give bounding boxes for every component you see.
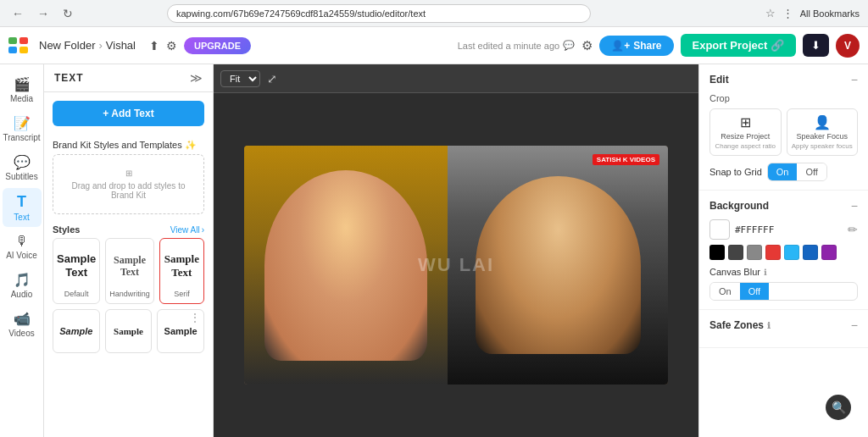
breadcrumb-user[interactable]: Vishal bbox=[106, 39, 136, 52]
sidebar-item-transcript[interactable]: 📝 Transcript bbox=[3, 110, 42, 147]
text-style-serif[interactable]: Sample Text Serif bbox=[159, 238, 204, 304]
main-layout: 🎬 Media 📝 Transcript 💬 Subtitles T Text … bbox=[0, 64, 868, 437]
background-section: Background − #FFFFFF ✏ Canvas Blur ℹ bbox=[699, 191, 868, 310]
add-text-button[interactable]: + Add Text bbox=[53, 101, 204, 126]
share-icon: 👤+ bbox=[611, 40, 630, 52]
browser-bookmark-icon: ☆ bbox=[765, 7, 776, 19]
videos-icon: 📹 bbox=[14, 311, 31, 327]
text-label: Text bbox=[14, 213, 29, 222]
palette-black[interactable] bbox=[709, 245, 725, 260]
audio-icon: 🎵 bbox=[14, 272, 31, 288]
snap-grid-row: Snap to Grid On Off bbox=[709, 163, 858, 181]
canvas-blur-info-icon: ℹ bbox=[764, 268, 767, 277]
video-watermark: WU LAI bbox=[418, 254, 494, 276]
header-icons: ⬆ ⚙ UPGRADE bbox=[149, 37, 251, 54]
color-palette bbox=[709, 245, 858, 260]
app-logo bbox=[8, 37, 32, 54]
speaker-focus-option[interactable]: 👤 Speaker Focus Apply speaker focus bbox=[787, 108, 859, 156]
edit-title: Edit bbox=[709, 74, 729, 86]
brand-kit-section[interactable]: ⊞ Drag and drop to add styles to Brand K… bbox=[53, 154, 204, 214]
sidebar-item-aivoice[interactable]: 🎙 AI Voice bbox=[3, 229, 42, 265]
sidebar-item-text[interactable]: T Text bbox=[3, 188, 42, 227]
canvas-blur-on-button[interactable]: On bbox=[710, 283, 740, 300]
safe-zones-title: Safe Zones ℹ bbox=[709, 319, 771, 331]
audio-label: Audio bbox=[11, 290, 33, 299]
default-label: Default bbox=[64, 290, 89, 298]
breadcrumb-folder[interactable]: New Folder bbox=[39, 39, 95, 52]
speaker-focus-label: Speaker Focus bbox=[796, 132, 848, 141]
logo-dot-green bbox=[8, 37, 17, 44]
snap-toggle-group: On Off bbox=[767, 163, 827, 181]
safe-zones-header: Safe Zones ℹ − bbox=[709, 318, 858, 332]
videos-label: Videos bbox=[8, 329, 34, 338]
palette-purple[interactable] bbox=[821, 245, 837, 260]
text-style-handwriting[interactable]: Sample Text Handwriting bbox=[105, 238, 154, 304]
edit-collapse-icon[interactable]: − bbox=[851, 73, 858, 86]
fit-select[interactable]: Fit bbox=[220, 70, 260, 87]
sidebar-item-subtitles[interactable]: 💬 Subtitles bbox=[3, 149, 42, 186]
safe-zones-section: Safe Zones ℹ − bbox=[699, 310, 868, 348]
text-style-default[interactable]: Sample Text Default bbox=[53, 238, 100, 304]
gear-button[interactable]: ⚙ bbox=[581, 38, 593, 53]
user-avatar[interactable]: V bbox=[836, 34, 860, 58]
subtitles-label: Subtitles bbox=[5, 172, 37, 181]
settings-icon[interactable]: ⚙ bbox=[166, 39, 177, 53]
address-bar[interactable]: kapwing.com/67b69e7247569cdf81a24559/stu… bbox=[167, 4, 591, 23]
text-style-row2-2[interactable]: Sample bbox=[105, 309, 153, 353]
bg-color-row: #FFFFFF ✏ bbox=[709, 219, 858, 240]
snap-off-button[interactable]: Off bbox=[797, 163, 826, 180]
palette-light-blue[interactable] bbox=[784, 245, 799, 260]
export-button[interactable]: Export Project 🔗 bbox=[681, 34, 796, 57]
sidebar-item-audio[interactable]: 🎵 Audio bbox=[3, 267, 42, 304]
color-picker-button[interactable]: ✏ bbox=[848, 223, 858, 236]
breadcrumb-sep1: › bbox=[98, 39, 102, 52]
canvas-blur-label: Canvas Blur bbox=[709, 267, 760, 277]
text-style-row2-3[interactable]: Sample ⋮ bbox=[157, 309, 204, 353]
serif-label: Serif bbox=[174, 290, 190, 298]
search-button[interactable]: 🔍 bbox=[826, 395, 851, 420]
bg-color-value: #FFFFFF bbox=[735, 224, 774, 235]
refresh-button[interactable]: ↻ bbox=[59, 5, 76, 22]
safe-zones-collapse-icon[interactable]: − bbox=[851, 318, 858, 332]
transcript-label: Transcript bbox=[3, 133, 40, 142]
logo-dot-red bbox=[19, 37, 28, 44]
right-panel: Edit − Crop ⊞ Resize Project Change aspe… bbox=[698, 64, 868, 437]
transcript-icon: 📝 bbox=[14, 115, 31, 131]
panel-collapse-button[interactable]: ≫ bbox=[190, 71, 203, 85]
resize-icon: ⊞ bbox=[740, 114, 751, 130]
header-right-icons: ⚙ 👤+ Share Export Project 🔗 ⬇ V bbox=[581, 34, 860, 58]
speaker-focus-icon: 👤 bbox=[814, 114, 831, 130]
background-section-header: Background − bbox=[709, 199, 858, 213]
snap-on-button[interactable]: On bbox=[768, 163, 798, 180]
palette-red[interactable] bbox=[765, 245, 781, 260]
palette-blue[interactable] bbox=[803, 245, 818, 260]
brand-kit-title: Brand Kit Styles and Templates ✨ bbox=[53, 140, 204, 151]
crop-title: Crop bbox=[709, 93, 858, 103]
styles-label: Styles bbox=[53, 224, 80, 235]
sidebar-item-media[interactable]: 🎬 Media bbox=[3, 71, 42, 108]
palette-gray[interactable] bbox=[747, 245, 762, 260]
browser-right: ☆ ⋮ All Bookmarks bbox=[765, 7, 860, 19]
speaker-focus-desc: Apply speaker focus bbox=[792, 142, 853, 150]
resize-options: ⊞ Resize Project Change aspect ratio 👤 S… bbox=[709, 108, 858, 156]
view-all-link[interactable]: View All › bbox=[170, 225, 204, 235]
resize-project-option[interactable]: ⊞ Resize Project Change aspect ratio bbox=[709, 108, 782, 156]
download-button[interactable]: ⬇ bbox=[803, 34, 829, 57]
palette-dark-gray[interactable] bbox=[728, 245, 743, 260]
sidebar-item-videos[interactable]: 📹 Videos bbox=[3, 306, 42, 343]
background-collapse-icon[interactable]: − bbox=[851, 199, 858, 213]
forward-button[interactable]: → bbox=[34, 5, 53, 22]
share-button[interactable]: 👤+ Share bbox=[599, 36, 673, 56]
upgrade-button[interactable]: UPGRADE bbox=[184, 37, 251, 54]
handwriting-label: Handwriting bbox=[109, 290, 150, 298]
handwriting-preview: Sample Text bbox=[109, 244, 150, 288]
resize-desc: Change aspect ratio bbox=[715, 142, 776, 150]
media-label: Media bbox=[10, 94, 33, 103]
text-style-row2-1[interactable]: Sample bbox=[53, 309, 100, 353]
upload-icon[interactable]: ⬆ bbox=[149, 39, 159, 53]
canvas-blur-off-button[interactable]: Off bbox=[740, 283, 769, 300]
back-button[interactable]: ← bbox=[8, 5, 27, 22]
bg-color-swatch[interactable] bbox=[709, 219, 730, 240]
canvas-resize-icon[interactable]: ⤢ bbox=[267, 72, 277, 86]
canvas-wrapper: SATISH K VIDEOS WU LAI bbox=[214, 93, 698, 437]
